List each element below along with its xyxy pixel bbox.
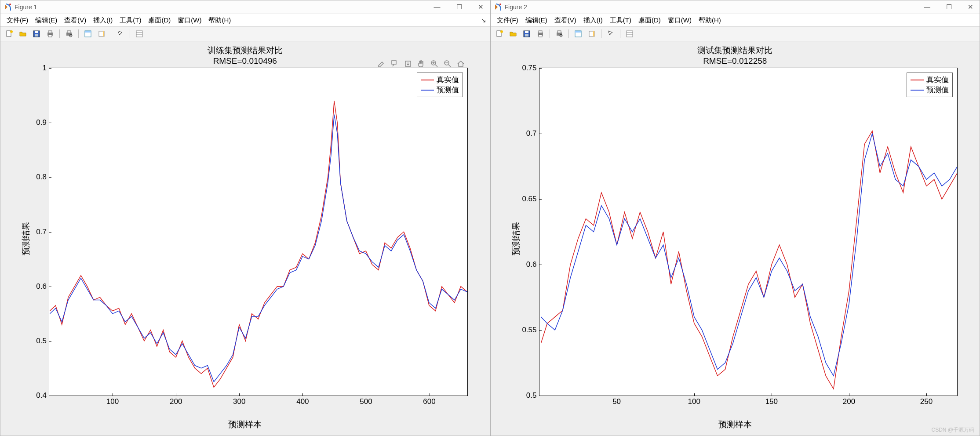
legend[interactable]: 真实值 预测值 bbox=[907, 73, 953, 97]
svg-rect-31 bbox=[539, 35, 542, 37]
svg-rect-19 bbox=[392, 61, 396, 64]
save-icon[interactable] bbox=[521, 28, 533, 40]
matlab-icon bbox=[4, 4, 11, 11]
menu-tools[interactable]: 工具(T) bbox=[116, 15, 145, 26]
menu-view[interactable]: 查看(V) bbox=[551, 15, 580, 26]
svg-rect-39 bbox=[627, 31, 633, 37]
menu-file[interactable]: 文件(F) bbox=[3, 15, 32, 26]
legend-swatch-real bbox=[911, 80, 924, 80]
toolbar bbox=[491, 27, 980, 41]
properties-icon[interactable] bbox=[133, 28, 146, 40]
close-button[interactable]: ✕ bbox=[475, 2, 486, 12]
xtick-label: 150 bbox=[765, 396, 778, 406]
svg-rect-10 bbox=[67, 31, 71, 33]
home-icon[interactable] bbox=[456, 59, 466, 69]
svg-rect-27 bbox=[525, 31, 528, 33]
toolbar bbox=[0, 27, 490, 41]
ytick-label: 0.5 bbox=[526, 391, 539, 400]
open-icon[interactable] bbox=[17, 28, 29, 40]
zoomin-icon[interactable] bbox=[430, 59, 439, 69]
menu-window[interactable]: 窗口(W) bbox=[664, 15, 695, 26]
legend-label-pred: 预测值 bbox=[437, 85, 459, 95]
linkeddata-icon[interactable] bbox=[572, 28, 584, 40]
series-real bbox=[541, 131, 957, 389]
chart-title: 训练集预测结果对比 bbox=[0, 45, 490, 56]
legend-swatch-real bbox=[421, 80, 434, 80]
menu-tools[interactable]: 工具(T) bbox=[606, 15, 635, 26]
xtick-label: 300 bbox=[233, 396, 245, 406]
new-icon[interactable] bbox=[493, 28, 506, 40]
ytick-label: 0.5 bbox=[36, 337, 49, 345]
menubar: 文件(F) 编辑(E) 查看(V) 插入(I) 工具(T) 桌面(D) 窗口(W… bbox=[0, 14, 490, 27]
xtick-label: 100 bbox=[688, 396, 700, 406]
xtick-label: 50 bbox=[612, 396, 621, 406]
menu-edit[interactable]: 编辑(E) bbox=[522, 15, 551, 26]
svg-rect-30 bbox=[539, 31, 542, 33]
print-icon[interactable] bbox=[534, 28, 546, 40]
svg-rect-38 bbox=[593, 31, 594, 36]
ytick-label: 0.6 bbox=[36, 282, 49, 291]
svg-rect-4 bbox=[35, 31, 38, 33]
toolbar-separator bbox=[59, 29, 60, 38]
maximize-button[interactable]: ☐ bbox=[944, 2, 954, 12]
menu-file[interactable]: 文件(F) bbox=[493, 15, 522, 26]
menubar: 文件(F) 编辑(E) 查看(V) 插入(I) 工具(T) 桌面(D) 窗口(W… bbox=[491, 14, 980, 27]
maximize-button[interactable]: ☐ bbox=[454, 2, 465, 12]
svg-rect-15 bbox=[103, 31, 104, 36]
close-button[interactable]: ✕ bbox=[965, 2, 976, 12]
window-title: Figure 1 bbox=[15, 4, 37, 11]
menu-window[interactable]: 窗口(W) bbox=[174, 15, 205, 26]
titlebar: Figure 2 — ☐ ✕ bbox=[491, 0, 980, 14]
menu-overflow-icon[interactable]: ↘ bbox=[481, 17, 486, 24]
brush-icon[interactable] bbox=[377, 59, 386, 69]
toolbar-separator bbox=[620, 29, 620, 38]
legend-label-real: 真实值 bbox=[926, 75, 949, 85]
minimize-button[interactable]: — bbox=[431, 2, 443, 12]
colorbar-icon[interactable] bbox=[586, 28, 598, 40]
arrow-icon[interactable] bbox=[605, 28, 617, 40]
linkeddata-icon[interactable] bbox=[82, 28, 94, 40]
new-icon[interactable] bbox=[3, 28, 15, 40]
menu-desktop[interactable]: 桌面(D) bbox=[145, 15, 174, 26]
menu-help[interactable]: 帮助(H) bbox=[695, 15, 725, 26]
datatips-icon[interactable] bbox=[390, 59, 400, 69]
toolbar-separator bbox=[601, 29, 601, 38]
chart-title: 测试集预测结果对比 bbox=[491, 45, 980, 56]
xtick-label: 200 bbox=[843, 396, 855, 406]
menu-desktop[interactable]: 桌面(D) bbox=[635, 15, 664, 26]
xtick-label: 600 bbox=[423, 396, 435, 406]
svg-point-25 bbox=[500, 30, 503, 33]
properties-icon[interactable] bbox=[623, 28, 636, 40]
print-icon[interactable] bbox=[44, 28, 56, 40]
menu-insert[interactable]: 插入(I) bbox=[90, 15, 116, 26]
open-icon[interactable] bbox=[507, 28, 519, 40]
svg-rect-16 bbox=[136, 31, 142, 37]
menu-edit[interactable]: 编辑(E) bbox=[32, 15, 61, 26]
colorbar-icon[interactable] bbox=[95, 28, 108, 40]
minimize-button[interactable]: — bbox=[921, 2, 933, 12]
menu-view[interactable]: 查看(V) bbox=[61, 15, 90, 26]
printpreview-icon[interactable] bbox=[63, 28, 75, 40]
axes[interactable]: 真实值 预测值 0.50.550.60.650.70.7550100150200… bbox=[539, 68, 958, 396]
pan-icon[interactable] bbox=[416, 59, 426, 69]
svg-rect-36 bbox=[575, 31, 581, 33]
save-icon[interactable] bbox=[30, 28, 43, 40]
arrow-icon[interactable] bbox=[114, 28, 127, 40]
svg-rect-28 bbox=[525, 34, 528, 36]
axes[interactable]: 真实值 预测值 0.40.50.60.70.80.911002003004005… bbox=[49, 68, 468, 396]
menu-help[interactable]: 帮助(H) bbox=[205, 15, 234, 26]
export-icon[interactable] bbox=[403, 59, 413, 69]
toolbar-separator bbox=[78, 29, 79, 38]
printpreview-icon[interactable] bbox=[553, 28, 565, 40]
ytick-label: 0.4 bbox=[36, 391, 49, 400]
legend[interactable]: 真实值 预测值 bbox=[417, 73, 463, 97]
menu-insert[interactable]: 插入(I) bbox=[580, 15, 606, 26]
svg-point-2 bbox=[10, 30, 13, 33]
plot-area: 训练集预测结果对比 RMSE=0.010496 预测结果 预测样本 真实值 预测… bbox=[0, 41, 490, 436]
xtick-label: 250 bbox=[920, 396, 933, 406]
toolbar-separator bbox=[111, 29, 111, 38]
zoomout-icon[interactable] bbox=[443, 59, 452, 69]
legend-swatch-pred bbox=[421, 90, 434, 91]
legend-label-real: 真实值 bbox=[437, 75, 459, 85]
ytick-label: 1 bbox=[43, 64, 49, 73]
